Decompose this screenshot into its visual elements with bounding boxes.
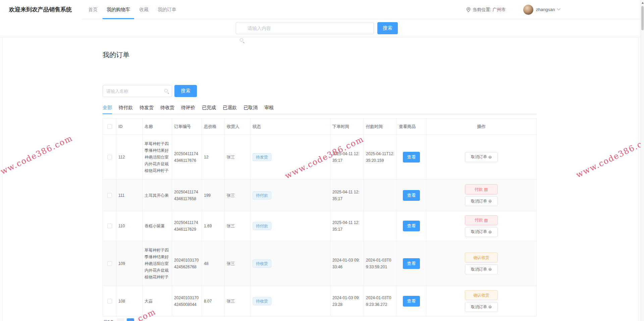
cell-price: 12 bbox=[202, 135, 225, 179]
table-row: 110 香糯小紫薯 202504111744346117629 1.69 张三 … bbox=[103, 211, 536, 241]
cell-name: 草莓种籽子四季播种结果好种易活阳台室内外花卉盆栽植物花种籽子 bbox=[143, 241, 172, 286]
view-product-button[interactable]: 查看 bbox=[403, 152, 420, 163]
status-badge: 待发货 bbox=[253, 153, 271, 161]
cell-pay-time: 2024-01-03T09:23:36.272 bbox=[364, 286, 397, 316]
circle-minus-icon: ⊖ bbox=[488, 199, 492, 203]
pagination-prev-button[interactable]: ‹ bbox=[117, 318, 124, 321]
orders-page: 我的订单 搜索 全部 待付款 待发货 待收货 待评价 已完成 已退款 已取消 审… bbox=[103, 37, 537, 321]
page-title: 我的订单 bbox=[103, 50, 129, 59]
search-icon bbox=[239, 38, 244, 43]
tab-pending-payment[interactable]: 待付款 bbox=[119, 101, 133, 114]
pay-button[interactable]: 付款 ▤ bbox=[465, 184, 498, 194]
cancel-order-button[interactable]: 取消订单 ⊖ bbox=[465, 302, 498, 312]
cell-id: 108 bbox=[116, 286, 143, 316]
left-edge-divider bbox=[2, 19, 3, 321]
bank-card-icon: ▤ bbox=[484, 187, 488, 191]
pay-label: 付款 bbox=[475, 187, 483, 192]
cell-order-time: 2024-01-03 09:33:46 bbox=[330, 241, 364, 286]
order-search-button[interactable]: 搜索 bbox=[174, 85, 197, 97]
view-product-button[interactable]: 查看 bbox=[403, 258, 420, 269]
nav-item-orders[interactable]: 我的订单 bbox=[154, 0, 180, 19]
row-checkbox[interactable] bbox=[107, 193, 112, 198]
current-location: 当前位置: 广州市 bbox=[466, 0, 505, 19]
pagination: 共5条 ‹ 1 › bbox=[103, 318, 144, 321]
confirm-receipt-button[interactable]: 确认收货 bbox=[465, 290, 498, 300]
global-search-box bbox=[236, 22, 374, 34]
pagination-total: 共5条 bbox=[103, 319, 114, 321]
scrollbar-up-arrow[interactable] bbox=[641, 1, 644, 5]
nav-item-home[interactable]: 首页 bbox=[84, 0, 102, 19]
tab-pending-shipment[interactable]: 待发货 bbox=[140, 101, 154, 114]
cell-id: 110 bbox=[116, 211, 143, 241]
cell-pay-time bbox=[364, 180, 397, 211]
scrollbar-thumb[interactable] bbox=[641, 6, 644, 30]
cell-id: 109 bbox=[116, 241, 143, 286]
circle-minus-icon: ⊖ bbox=[488, 305, 492, 309]
global-search-bar: 搜索 bbox=[0, 19, 644, 37]
cell-id: 111 bbox=[116, 180, 143, 211]
cell-receiver: 张三 bbox=[225, 286, 251, 316]
row-checkbox[interactable] bbox=[107, 224, 112, 228]
row-checkbox[interactable] bbox=[107, 155, 112, 159]
row-checkbox[interactable] bbox=[107, 299, 112, 304]
cancel-order-button[interactable]: 取消订单 ⊖ bbox=[465, 264, 498, 274]
scrollbar bbox=[641, 0, 644, 321]
tab-cancelled[interactable]: 已取消 bbox=[244, 101, 258, 114]
global-search-input[interactable] bbox=[236, 22, 374, 34]
nav-item-cart[interactable]: 我的购物车 bbox=[103, 0, 134, 19]
cancel-order-label: 取消订单 bbox=[471, 198, 487, 204]
cancel-order-button[interactable]: 取消订单 ⊖ bbox=[465, 227, 498, 237]
confirm-receipt-label: 确认收货 bbox=[473, 292, 489, 298]
order-search-box bbox=[103, 85, 172, 97]
select-all-checkbox[interactable] bbox=[107, 124, 112, 129]
pagination-next-button[interactable]: › bbox=[137, 318, 144, 321]
cancel-order-label: 取消订单 bbox=[471, 304, 487, 310]
col-header-order-time: 下单时间 bbox=[330, 119, 364, 134]
cancel-order-button[interactable]: 取消订单 ⊖ bbox=[465, 152, 498, 162]
col-header-name: 名称 bbox=[143, 119, 172, 134]
tab-all[interactable]: 全部 bbox=[103, 101, 112, 114]
order-search-input[interactable] bbox=[103, 85, 172, 97]
view-product-button[interactable]: 查看 bbox=[403, 190, 420, 201]
global-search-button[interactable]: 搜索 bbox=[377, 22, 398, 34]
site-title: 欢迎来到农产品销售系统 bbox=[9, 0, 72, 19]
circle-minus-icon: ⊖ bbox=[488, 155, 492, 159]
location-text: 当前位置: 广州市 bbox=[473, 7, 505, 13]
row-checkbox[interactable] bbox=[107, 261, 112, 266]
pay-button[interactable]: 付款 ▤ bbox=[465, 215, 498, 225]
cell-order-no: 202504111744346117658 bbox=[172, 180, 202, 211]
cell-order-time: 2025-04-11 12:35:17 bbox=[330, 135, 364, 179]
tab-refunded[interactable]: 已退款 bbox=[223, 101, 237, 114]
col-header-receiver: 收货人 bbox=[225, 119, 251, 134]
cell-order-no: 202401031704245008044 bbox=[172, 286, 202, 316]
cell-order-no: 202504111744346117676 bbox=[172, 135, 202, 179]
cell-name: 土耳其开心果 bbox=[143, 180, 172, 211]
cancel-order-label: 取消订单 bbox=[471, 229, 487, 235]
view-product-button[interactable]: 查看 bbox=[403, 221, 420, 231]
username: zhangsan bbox=[536, 7, 555, 12]
pagination-page-1[interactable]: 1 bbox=[127, 318, 134, 321]
tab-completed[interactable]: 已完成 bbox=[202, 101, 216, 114]
cell-name: 大蒜 bbox=[143, 286, 172, 316]
tab-pending-review[interactable]: 待评价 bbox=[181, 101, 195, 114]
confirm-receipt-button[interactable]: 确认收货 bbox=[465, 253, 498, 263]
circle-minus-icon: ⊖ bbox=[488, 267, 492, 271]
tab-pending-receipt[interactable]: 待收货 bbox=[160, 101, 174, 114]
circle-minus-icon: ⊖ bbox=[488, 230, 492, 234]
cancel-order-label: 取消订单 bbox=[471, 154, 487, 160]
bank-card-icon: ▤ bbox=[484, 218, 488, 222]
watermark: www.code386.com bbox=[575, 133, 644, 180]
status-badge: 待付款 bbox=[253, 222, 271, 230]
cell-order-no: 202504111744346117629 bbox=[172, 211, 202, 241]
avatar bbox=[523, 5, 533, 15]
nav-item-favorites[interactable]: 收藏 bbox=[135, 0, 153, 19]
tab-audit[interactable]: 审核 bbox=[264, 101, 274, 114]
location-pin-icon bbox=[466, 7, 471, 12]
cell-order-time: 2024-01-03 09:23:28 bbox=[330, 286, 364, 316]
cell-price: 48 bbox=[202, 241, 225, 286]
user-menu[interactable]: zhangsan bbox=[523, 0, 560, 19]
cell-receiver: 张三 bbox=[225, 241, 251, 286]
cancel-order-button[interactable]: 取消订单 ⊖ bbox=[465, 196, 498, 206]
view-product-button[interactable]: 查看 bbox=[403, 296, 420, 307]
col-header-order-no: 订单编号 bbox=[172, 119, 202, 134]
